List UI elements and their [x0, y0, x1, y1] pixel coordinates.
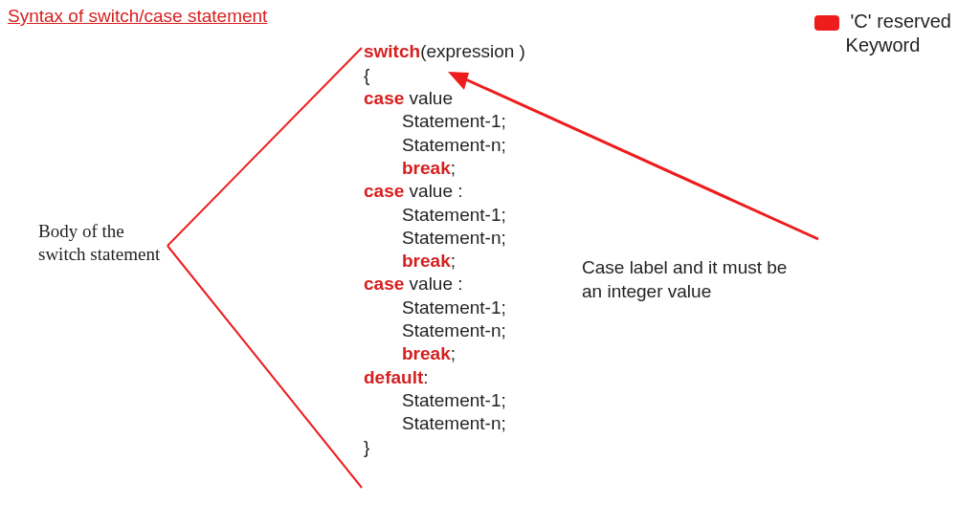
stmt-1a: Statement-1; [402, 111, 506, 131]
brace-open: { [364, 65, 369, 85]
semi-2: ; [451, 251, 456, 271]
legend-line1: 'C' reserved [851, 11, 951, 32]
case-value-2: value : [404, 181, 462, 201]
brace-close: } [364, 437, 369, 457]
case-annotation-line2: an integer value [582, 281, 711, 301]
legend-line2: Keyword [846, 34, 921, 55]
stmt-2b: Statement-n; [402, 228, 506, 248]
semi-1: ; [451, 158, 456, 178]
stmt-3a: Statement-1; [402, 297, 506, 318]
kw-default: default [364, 367, 423, 387]
case-value-1: value [404, 88, 453, 108]
legend-swatch-icon [814, 15, 839, 31]
body-annotation-label: Body of the switch statement [38, 220, 160, 266]
semi-3: ; [451, 343, 456, 363]
stmt-1b: Statement-n; [402, 135, 506, 155]
body-annotation-line2: switch statement [38, 244, 160, 264]
kw-case-3: case [364, 274, 404, 294]
default-colon: : [423, 367, 428, 387]
stmt-2a: Statement-1; [402, 205, 506, 225]
code-expression: (expression ) [420, 41, 525, 61]
code-block: switch(expression ) { case value Stateme… [364, 17, 525, 459]
kw-case-2: case [364, 181, 404, 201]
case-value-3: value : [404, 274, 462, 294]
kw-break-1: break [402, 158, 451, 178]
kw-case-1: case [364, 88, 404, 108]
page-title: Syntax of switch/case statement [8, 6, 267, 27]
kw-break-3: break [402, 343, 451, 363]
stmt-3b: Statement-n; [402, 320, 506, 340]
case-annotation-line1: Case label and it must be [582, 257, 787, 277]
stmt-db: Statement-n; [402, 413, 506, 433]
stmt-da: Statement-1; [402, 390, 506, 410]
legend: 'C' reserved Keyword [814, 10, 951, 57]
bracket-line-top [167, 48, 362, 246]
bracket-line-bottom [167, 246, 362, 488]
kw-switch: switch [364, 41, 420, 61]
kw-break-2: break [402, 251, 451, 271]
case-annotation-label: Case label and it must be an integer val… [582, 256, 787, 303]
body-annotation-line1: Body of the [38, 221, 124, 241]
